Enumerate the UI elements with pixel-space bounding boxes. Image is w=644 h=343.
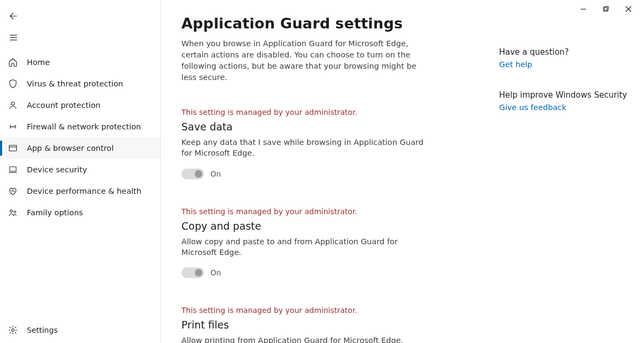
nav-item-label: Device performance & health [27,187,142,195]
antenna-icon [8,122,18,132]
setting-title: Save data [181,121,471,133]
svg-rect-10 [9,145,17,151]
gear-icon [8,325,18,335]
help-aside: Have a question? Get help Help improve W… [499,15,627,343]
nav-item-family[interactable]: Family options [0,202,160,223]
page-title: Application Guard settings [181,15,471,32]
settings-label: Settings [27,326,57,334]
svg-point-9 [12,126,13,127]
toggle-save-data[interactable] [181,169,204,179]
nav-item-account[interactable]: Account protection [0,94,160,116]
nav-item-label: Family options [27,208,83,217]
toggle-label: On [210,268,221,277]
nav-item-home[interactable]: Home [0,52,160,73]
svg-point-16 [12,329,14,332]
setting-description: Keep any data that I save while browsing… [181,137,428,159]
laptop-icon [8,165,18,174]
back-button[interactable] [0,5,160,27]
admin-note: This setting is managed by your administ… [181,306,471,315]
setting-description: Allow printing from Application Guard fo… [181,335,428,343]
nav-item-performance[interactable]: Device performance & health [0,180,160,202]
nav-item-settings[interactable]: Settings [0,317,160,343]
setting-title: Print files [181,319,471,331]
nav-item-label: Home [27,58,50,67]
admin-note: This setting is managed by your administ… [181,207,471,216]
menu-button[interactable] [0,27,160,48]
svg-point-8 [11,102,14,105]
hamburger-icon [9,33,18,42]
main-content: Application Guard settings When you brow… [161,0,644,343]
nav-item-label: Account protection [27,101,100,110]
nav-item-label: App & browser control [27,144,114,152]
nav-item-app-browser[interactable]: App & browser control [0,137,160,159]
question-heading: Have a question? [499,47,627,57]
improve-heading: Help improve Windows Security [499,90,627,100]
setting-copy-paste: This setting is managed by your administ… [181,207,471,279]
nav-list: Home Virus & threat protection Account p… [0,52,160,317]
window-controls [568,0,644,18]
admin-note: This setting is managed by your administ… [181,108,471,116]
shield-icon [8,79,18,89]
family-icon [8,208,18,217]
minimize-button[interactable] [580,5,587,13]
nav-item-label: Virus & threat protection [27,79,123,88]
feedback-link[interactable]: Give us feedback [499,103,566,112]
restore-button[interactable] [602,5,610,13]
page-intro: When you browse in Application Guard for… [181,38,428,83]
nav-item-virus[interactable]: Virus & threat protection [0,73,160,94]
setting-save-data: This setting is managed by your administ… [181,108,471,179]
heart-icon [8,186,18,196]
toggle-copy-paste[interactable] [181,267,204,278]
browser-icon [8,143,18,153]
nav-item-device-security[interactable]: Device security [0,159,160,180]
person-icon [8,100,18,110]
home-icon [8,57,18,67]
sidebar: Home Virus & threat protection Account p… [0,0,161,343]
svg-rect-1 [604,8,608,11]
svg-point-14 [10,210,13,213]
nav-item-label: Firewall & network protection [27,122,141,131]
setting-description: Allow copy and paste to and from Applica… [181,236,428,258]
close-button[interactable] [625,5,632,13]
setting-title: Copy and paste [181,220,471,232]
svg-point-15 [14,211,16,213]
nav-item-firewall[interactable]: Firewall & network protection [0,116,160,137]
get-help-link[interactable]: Get help [499,60,532,69]
toggle-label: On [210,170,221,178]
svg-rect-12 [10,167,16,171]
back-arrow-icon [9,11,18,21]
setting-print-files: This setting is managed by your administ… [181,306,471,343]
svg-rect-2 [605,6,609,10]
nav-item-label: Device security [27,165,87,174]
